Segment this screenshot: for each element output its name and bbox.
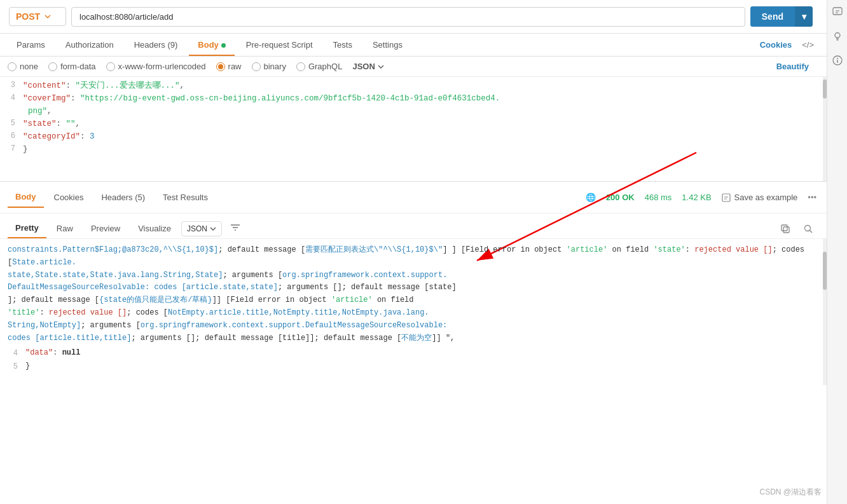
chat-icon (832, 6, 843, 18)
method-label: POST (16, 11, 40, 22)
option-raw[interactable]: raw (216, 62, 242, 71)
resp-sub-tab-pretty[interactable]: Pretty (8, 219, 46, 238)
resp-sub-tab-visualize[interactable]: Visualize (130, 219, 179, 238)
tab-settings[interactable]: Settings (364, 34, 411, 56)
send-button[interactable]: Send ▾ (750, 6, 813, 27)
radio-raw[interactable] (216, 62, 225, 71)
svg-line-9 (809, 230, 812, 233)
data-line: 4 "data": null (8, 347, 839, 360)
url-input[interactable] (71, 7, 745, 27)
filter-icon[interactable] (230, 222, 241, 233)
radio-binary[interactable] (252, 62, 261, 71)
send-label: Send (750, 6, 795, 27)
globe-icon: 🌐 (586, 193, 596, 202)
code-editor[interactable]: 3 "content": "天安门...爱去哪去哪...", 4 "coverI… (0, 77, 847, 182)
tab-headers[interactable]: Headers (9) (125, 34, 187, 56)
response-toolbar-right (777, 221, 816, 237)
save-example-button[interactable]: Save as example (722, 193, 798, 202)
svg-point-13 (835, 33, 840, 38)
resp-tab-cookies[interactable]: Cookies (46, 187, 92, 207)
response-format-select[interactable]: JSON (181, 221, 222, 236)
beautify-button[interactable]: Beautify (776, 62, 809, 71)
code-line-6: 6 "categoryId": 3 (0, 130, 847, 143)
info-icon (832, 55, 843, 66)
copy-icon (780, 224, 790, 234)
json-chevron-icon (378, 64, 384, 70)
code-line-3: 3 "content": "天安门...爱去哪去哪...", (0, 79, 847, 92)
chevron-down-icon (44, 13, 52, 20)
format-chevron-icon (210, 226, 216, 232)
response-sub-tabs: Pretty Raw Preview Visualize JSON (0, 214, 847, 239)
svg-rect-7 (782, 225, 787, 231)
code-line-4b: png", (0, 105, 847, 118)
tab-body[interactable]: Body (189, 34, 235, 56)
request-tabs: Params Authorization Headers (9) Body Pr… (0, 34, 847, 57)
lightbulb-icon (832, 31, 843, 42)
url-bar: POST Send ▾ (0, 0, 847, 34)
tab-cookies[interactable]: Cookies (760, 40, 792, 50)
resp-tab-headers[interactable]: Headers (5) (93, 187, 153, 207)
response-body: constraints.Pattern$Flag;@a873c20,^\\S{1… (0, 239, 847, 385)
sidebar-bulb-icon[interactable] (832, 31, 843, 44)
body-active-dot (221, 43, 226, 48)
search-button[interactable] (800, 221, 816, 237)
status-size: 1.42 KB (682, 193, 711, 202)
option-binary[interactable]: binary (252, 62, 286, 71)
status-ok: 200 OK (606, 193, 635, 202)
code-line-4: 4 "coverImg": "https://big-event-gwd.oss… (0, 92, 847, 105)
json-format-select[interactable]: JSON (352, 62, 383, 71)
right-sidebar (827, 0, 847, 504)
save-icon (722, 193, 731, 202)
radio-form-data[interactable] (48, 62, 57, 71)
response-toolbar: Body Cookies Headers (5) Test Results 🌐 … (0, 182, 847, 214)
response-status: 🌐 200 OK 468 ms 1.42 KB Save as example … (586, 193, 816, 202)
closing-brace-line: 5 } (8, 360, 839, 374)
resp-sub-tab-raw[interactable]: Raw (49, 219, 81, 238)
option-none[interactable]: none (8, 62, 38, 71)
resp-tab-test-results[interactable]: Test Results (155, 187, 216, 207)
copy-button[interactable] (777, 221, 794, 237)
body-options: none form-data x-www-form-urlencoded raw… (0, 57, 847, 77)
option-urlencoded[interactable]: x-www-form-urlencoded (106, 62, 206, 71)
code-icon[interactable]: </> (799, 34, 816, 56)
svg-point-8 (805, 225, 811, 231)
response-text: constraints.Pattern$Flag;@a873c20,^\\S{1… (8, 244, 839, 344)
resp-sub-tab-preview[interactable]: Preview (83, 219, 128, 238)
svg-point-18 (837, 58, 838, 59)
resp-tab-body[interactable]: Body (8, 187, 44, 208)
tab-prerequest[interactable]: Pre-request Script (237, 34, 322, 56)
sidebar-chat-icon[interactable] (832, 6, 843, 20)
option-graphql[interactable]: GraphQL (296, 62, 342, 71)
tab-authorization[interactable]: Authorization (57, 34, 123, 56)
code-line-7: 7 } (0, 143, 847, 156)
status-time: 468 ms (645, 193, 672, 202)
svg-rect-2 (722, 194, 730, 201)
sidebar-info-icon[interactable] (832, 55, 843, 69)
send-dropdown-icon[interactable]: ▾ (795, 6, 813, 27)
watermark: CSDN @湖边看客 (759, 487, 822, 498)
option-form-data[interactable]: form-data (48, 62, 96, 71)
search-icon (803, 224, 813, 234)
tab-params[interactable]: Params (8, 34, 54, 56)
radio-graphql[interactable] (296, 62, 305, 71)
tab-tests[interactable]: Tests (324, 34, 361, 56)
radio-urlencoded[interactable] (106, 62, 115, 71)
more-options-button[interactable]: ••• (808, 193, 816, 202)
svg-rect-6 (783, 227, 789, 233)
code-line-5: 5 "state": "", (0, 118, 847, 130)
method-select[interactable]: POST (9, 7, 66, 26)
radio-none[interactable] (8, 62, 17, 71)
